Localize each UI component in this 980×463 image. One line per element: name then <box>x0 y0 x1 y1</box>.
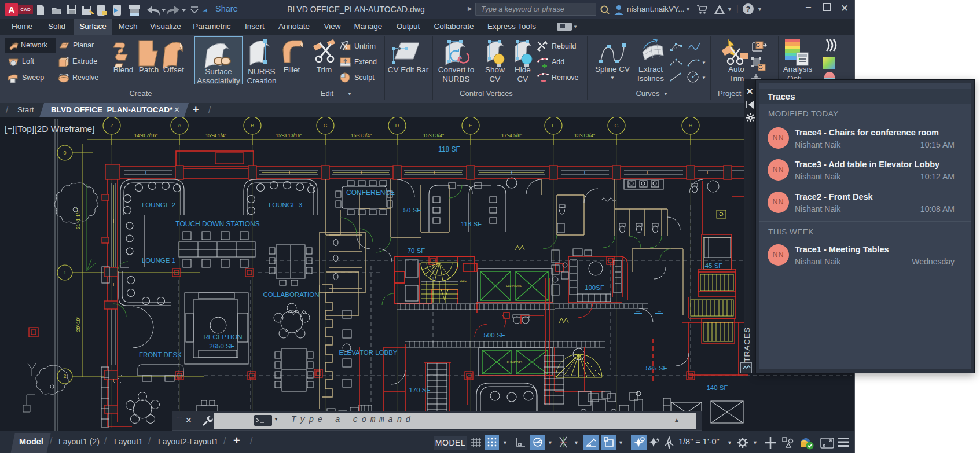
svg-text:ELEC: ELEC <box>460 280 467 282</box>
svg-text:500 SF: 500 SF <box>483 332 505 339</box>
svg-text:I: I <box>434 170 435 175</box>
svg-text:17'-4 5/8": 17'-4 5/8" <box>501 133 522 138</box>
svg-text:15'-4 1/4": 15'-4 1/4" <box>205 133 226 138</box>
svg-text:LOUNGE 3: LOUNGE 3 <box>269 201 302 208</box>
svg-text:FRONT DESK: FRONT DESK <box>139 351 182 358</box>
svg-text:20'-10": 20'-10" <box>75 317 81 332</box>
svg-text:CONFERENCE: CONFERENCE <box>346 189 395 197</box>
svg-text:I: I <box>361 170 362 175</box>
svg-text:I: I <box>584 170 586 175</box>
svg-text:TOUCH DOWN STATIONS: TOUCH DOWN STATIONS <box>175 220 259 228</box>
svg-text:Z: Z <box>110 123 113 128</box>
svg-text:70 SF: 70 SF <box>408 247 425 254</box>
svg-text:2650 SF: 2650 SF <box>209 343 234 350</box>
svg-text:H: H <box>689 123 693 128</box>
svg-text:B: B <box>251 123 254 128</box>
svg-text:LOUNGE 1: LOUNGE 1 <box>142 257 175 264</box>
svg-text:ELEVATORS: ELEVATORS <box>507 361 522 364</box>
svg-text:I: I <box>145 170 147 175</box>
svg-text:170 SF: 170 SF <box>409 387 430 394</box>
svg-text:LOUNGE 2: LOUNGE 2 <box>142 201 175 208</box>
svg-text:0: 0 <box>63 150 66 156</box>
svg-text:14'-0 7/16": 14'-0 7/16" <box>134 133 158 138</box>
svg-text:I: I <box>113 218 115 224</box>
svg-text:15'-3 3/4": 15'-3 3/4" <box>423 133 444 138</box>
svg-text:I: I <box>647 170 648 175</box>
svg-text:G: G <box>614 123 618 128</box>
svg-text:I: I <box>707 170 709 175</box>
svg-text:ELEVATORS: ELEVATORS <box>506 285 522 288</box>
svg-text:1: 1 <box>63 270 66 275</box>
svg-text:15'-3 13/16": 15'-3 13/16" <box>276 133 302 138</box>
svg-text:50 SF: 50 SF <box>403 207 421 214</box>
svg-text:140 SF: 140 SF <box>706 384 728 391</box>
svg-text:100SF: 100SF <box>585 284 604 291</box>
svg-text:F: F <box>552 123 555 128</box>
svg-text:2: 2 <box>63 373 66 379</box>
svg-text:118 SF: 118 SF <box>438 145 460 153</box>
svg-text:13'-3 3/4": 13'-3 3/4" <box>574 133 595 138</box>
svg-text:I: I <box>511 170 513 175</box>
svg-text:I: I <box>113 377 115 383</box>
svg-text:A: A <box>178 123 181 128</box>
svg-text:ELEVATOR LOBBY: ELEVATOR LOBBY <box>339 349 398 356</box>
svg-text:I: I <box>289 170 291 175</box>
svg-text:118 SF: 118 SF <box>461 221 482 227</box>
svg-text:C: C <box>324 123 328 128</box>
svg-text:45 SF: 45 SF <box>705 262 723 269</box>
svg-text:D: D <box>395 123 399 128</box>
svg-text:COLLABORATION: COLLABORATION <box>263 291 320 298</box>
svg-text:E: E <box>469 123 472 128</box>
svg-text:595 SF: 595 SF <box>645 365 667 372</box>
svg-text:15'-3 3/4": 15'-3 3/4" <box>351 133 372 138</box>
svg-text:RECEPTION: RECEPTION <box>203 333 242 340</box>
svg-text:I: I <box>113 282 115 288</box>
